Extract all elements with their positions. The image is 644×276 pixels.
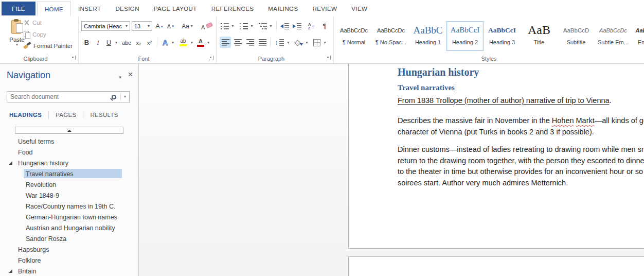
search-icon[interactable] <box>112 95 116 99</box>
nav-heading-austrian-and-hungarian-nobility[interactable]: Austrian and Hungarian nobility <box>0 222 138 233</box>
paragraph-2[interactable]: Dinner customs—instead of ladies retreat… <box>398 144 644 188</box>
bold-button[interactable]: B <box>82 37 91 48</box>
search-box[interactable]: ▾ <box>7 91 130 102</box>
cut-button[interactable]: Cut <box>24 20 42 26</box>
nav-heading-travel-narratives[interactable]: Travel narratives <box>0 168 138 179</box>
nav-heading-war-1848-9[interactable]: War 1848-9 <box>0 190 138 201</box>
font-color-button[interactable]: A <box>196 37 205 48</box>
paragraph-1[interactable]: Describes the massive fair in November i… <box>398 115 644 137</box>
font-dialog-launcher-icon[interactable] <box>209 56 213 60</box>
style-normal[interactable]: AaBbCcDc¶ Normal <box>335 21 372 51</box>
document-page-2[interactable] <box>348 256 644 276</box>
font-size-combobox[interactable]: 13 ▾ <box>132 21 152 31</box>
pane-close-icon[interactable]: × <box>128 71 133 79</box>
subscript-button[interactable]: x₂ <box>134 37 144 48</box>
align-right-button[interactable] <box>244 37 256 48</box>
nav-heading-label: Revolution <box>26 181 56 188</box>
highlight-button[interactable]: ab <box>177 37 189 48</box>
bullets-button[interactable] <box>220 21 230 31</box>
nav-heading-revolution[interactable]: Revolution <box>0 179 138 190</box>
show-hide-pilcrow-button[interactable]: ¶ <box>320 21 329 31</box>
style-no-spac[interactable]: AaBbCcDc¶ No Spac... <box>372 21 409 51</box>
grow-font-button[interactable]: A▲ <box>154 21 165 31</box>
sort-button[interactable]: AZ ↓ <box>305 21 317 31</box>
change-case-button[interactable]: Aa▾ <box>180 21 195 31</box>
align-center-button[interactable] <box>232 37 243 48</box>
nav-heading-race-country-names-in-19th-c[interactable]: Race/Country names in 19th C. <box>0 201 138 212</box>
nav-heading-german-hungarian-town-names[interactable]: German-Hungarian town names <box>0 212 138 222</box>
underline-button[interactable]: U <box>105 37 113 48</box>
text-effects-dropdown[interactable]: ▾ <box>170 37 176 48</box>
align-left-button[interactable] <box>220 37 231 48</box>
style-heading-1[interactable]: AaBbCHeading 1 <box>409 21 446 51</box>
tab-headings[interactable]: HEADINGS <box>0 112 48 118</box>
numbering-button[interactable] <box>239 21 249 31</box>
document-heading-2[interactable]: Travel narratives <box>398 83 644 92</box>
shading-button[interactable] <box>294 37 304 48</box>
ribbon-tab-file[interactable]: FILE <box>2 2 35 15</box>
style-heading-3[interactable]: AaBbCcIHeading 3 <box>484 21 521 51</box>
style-emphasis[interactable]: AaBbCcDcEmphasis <box>632 21 644 51</box>
ribbon-tab-review[interactable]: REVIEW <box>306 2 345 16</box>
intro-line[interactable]: From 1838 Trollope (mother of author) na… <box>398 96 644 105</box>
paste-dropdown-icon[interactable]: ▾ <box>16 43 18 47</box>
clear-formatting-button[interactable]: A <box>200 21 213 31</box>
shading-dropdown[interactable]: ▾ <box>304 37 310 48</box>
ribbon-tab-mailings[interactable]: MAILINGS <box>261 2 305 16</box>
style-title[interactable]: AaBTitle <box>521 21 558 51</box>
nav-heading-folklore[interactable]: Folklore <box>0 255 138 266</box>
multilevel-list-button[interactable] <box>258 21 268 31</box>
format-painter-button[interactable]: Format Painter <box>24 42 73 49</box>
shrink-font-button[interactable]: A▼ <box>166 21 176 31</box>
nav-heading-britain[interactable]: Britain <box>0 266 138 276</box>
font-color-dropdown[interactable]: ▾ <box>205 37 211 48</box>
multilevel-dropdown[interactable]: ▾ <box>268 21 274 31</box>
pane-options-dropdown-icon[interactable]: ▾ <box>119 75 121 80</box>
tab-results[interactable]: RESULTS <box>83 112 124 118</box>
text-effects-button[interactable]: A <box>160 37 170 48</box>
style-subtitle[interactable]: AaBbCcDSubtitle <box>558 21 595 51</box>
collapse-triangle-icon[interactable] <box>9 161 12 165</box>
italic-button[interactable]: I <box>94 37 102 48</box>
font-size-dropdown-icon[interactable]: ▾ <box>148 24 150 28</box>
nav-heading-useful-terms[interactable]: Useful terms <box>0 136 138 147</box>
underline-dropdown[interactable]: ▾ <box>113 37 119 48</box>
nav-heading-hungarian-history[interactable]: Hungarian history <box>0 158 138 168</box>
nav-heading-sandor-rosza[interactable]: Sandor Rosza <box>0 233 138 244</box>
strikethrough-button[interactable]: abc <box>120 37 133 48</box>
ribbon-tab-page-layout[interactable]: PAGE LAYOUT <box>147 2 204 16</box>
copy-button[interactable]: Copy <box>24 31 46 38</box>
ribbon-tab-home[interactable]: HOME <box>37 2 71 16</box>
search-dropdown-icon[interactable]: ▾ <box>121 95 129 99</box>
decrease-indent-button[interactable] <box>279 21 290 31</box>
change-case-dropdown-icon[interactable]: ▾ <box>191 24 193 28</box>
document-page-1[interactable]: Hungarian history Travel narratives From… <box>348 64 644 249</box>
borders-dropdown[interactable]: ▾ <box>322 37 328 48</box>
increase-indent-button[interactable] <box>291 21 302 31</box>
tab-pages[interactable]: PAGES <box>49 112 83 118</box>
clipboard-dialog-launcher-icon[interactable] <box>71 56 76 60</box>
line-spacing-button[interactable]: ↕ <box>273 37 286 48</box>
justify-button[interactable] <box>257 37 268 48</box>
nav-heading-hapsburgs[interactable]: Hapsburgs <box>0 244 138 255</box>
ribbon-tab-references[interactable]: REFERENCES <box>204 2 261 16</box>
style-subtle-em[interactable]: AaBbCcDcSubtle Em... <box>595 21 632 51</box>
ribbon-tab-view[interactable]: VIEW <box>344 2 374 16</box>
ribbon-tab-insert[interactable]: INSERT <box>71 2 108 16</box>
numbering-dropdown[interactable]: ▾ <box>249 21 255 31</box>
superscript-button[interactable]: x² <box>145 37 154 48</box>
nav-heading-food[interactable]: Food <box>0 147 138 158</box>
search-input[interactable] <box>7 93 112 100</box>
line-spacing-dropdown[interactable]: ▾ <box>285 37 291 48</box>
bullets-dropdown[interactable]: ▾ <box>230 21 236 31</box>
collapse-triangle-icon[interactable] <box>9 269 12 273</box>
scroll-to-top-button[interactable] <box>15 127 123 134</box>
font-name-dropdown-icon[interactable]: ▾ <box>126 24 128 28</box>
paragraph-dialog-launcher-icon[interactable] <box>326 56 331 60</box>
ribbon-tab-design[interactable]: DESIGN <box>108 2 147 16</box>
document-heading-1[interactable]: Hungarian history <box>398 66 644 78</box>
style-heading-2[interactable]: AaBbCcIHeading 2 <box>446 21 484 51</box>
font-name-combobox[interactable]: Cambria (Heac ▾ <box>81 21 130 31</box>
borders-button[interactable] <box>312 37 322 48</box>
highlight-dropdown[interactable]: ▾ <box>189 37 195 48</box>
